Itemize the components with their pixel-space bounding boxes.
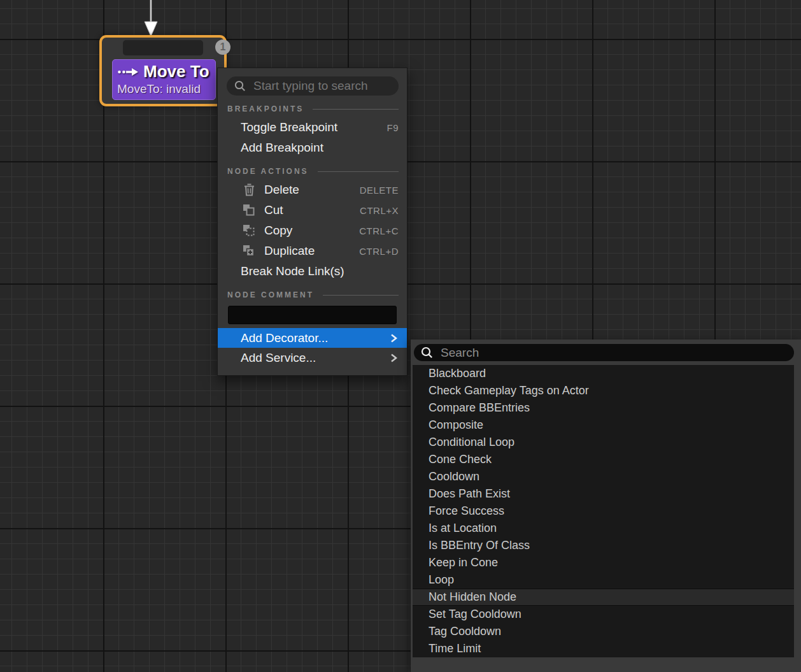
node-body[interactable]: Move To MoveTo: invalid	[112, 59, 216, 100]
move-to-icon	[117, 67, 139, 77]
node-input-pin[interactable]	[123, 40, 203, 55]
chevron-right-icon	[390, 333, 397, 343]
decorator-item-keep-in-cone[interactable]: Keep in Cone	[413, 554, 794, 571]
decorator-item-compare-bbentries[interactable]: Compare BBEntries	[413, 399, 794, 417]
decorator-item-is-at-location[interactable]: Is at Location	[413, 520, 794, 537]
context-menu-search[interactable]	[227, 76, 399, 96]
decorator-item-is-bbentry-of-class[interactable]: Is BBEntry Of Class	[413, 537, 794, 554]
shortcut-label: CTRL+D	[359, 246, 399, 257]
menu-item-toggle-breakpoint[interactable]: Toggle Breakpoint F9	[218, 117, 407, 138]
node-comment-section-header: NODE COMMENT	[227, 290, 399, 299]
decorator-item-loop[interactable]: Loop	[413, 571, 794, 589]
menu-item-delete[interactable]: Delete DELETE	[218, 180, 407, 200]
breakpoints-section-header: BREAKPOINTS	[227, 104, 399, 113]
decorator-item-tag-cooldown[interactable]: Tag Cooldown	[413, 623, 794, 640]
chevron-right-icon	[390, 353, 397, 363]
node-subtitle: MoveTo: invalid	[113, 82, 215, 96]
menu-item-cut[interactable]: Cut CTRL+X	[218, 200, 407, 220]
decorator-list: Blackboard Check Gameplay Tags on Actor …	[413, 365, 794, 657]
duplicate-icon	[241, 244, 257, 258]
trash-icon	[241, 183, 257, 197]
search-input[interactable]	[252, 78, 391, 94]
search-icon	[421, 347, 433, 359]
decorator-item-does-path-exist[interactable]: Does Path Exist	[413, 485, 794, 503]
section-divider	[318, 171, 399, 172]
submenu-search-input[interactable]	[439, 345, 787, 361]
section-divider	[323, 295, 399, 296]
decorator-item-time-limit[interactable]: Time Limit	[413, 640, 794, 657]
node-title: Move To	[143, 62, 209, 82]
add-decorator-submenu: Blackboard Check Gameplay Tags on Actor …	[411, 340, 801, 672]
menu-item-add-decorator[interactable]: Add Decorator...	[218, 328, 407, 348]
menu-item-add-service[interactable]: Add Service...	[218, 348, 407, 368]
shortcut-label: F9	[386, 122, 399, 133]
node-actions-section-header: NODE ACTIONS	[227, 167, 399, 176]
section-divider	[313, 109, 399, 110]
decorator-item-conditional-loop[interactable]: Conditional Loop	[413, 434, 794, 451]
shortcut-label: DELETE	[360, 185, 399, 196]
decorator-item-force-success[interactable]: Force Success	[413, 503, 794, 520]
node-comment-input[interactable]	[228, 306, 397, 324]
node-index-badge: 1	[215, 39, 230, 55]
menu-item-break-node-links[interactable]: Break Node Link(s)	[218, 261, 407, 282]
submenu-search[interactable]	[414, 344, 794, 361]
shortcut-label: CTRL+C	[359, 225, 399, 236]
decorator-item-cooldown[interactable]: Cooldown	[413, 468, 794, 485]
search-icon	[234, 80, 246, 92]
decorator-item-cone-check[interactable]: Cone Check	[413, 451, 794, 468]
menu-item-duplicate[interactable]: Duplicate CTRL+D	[218, 241, 407, 261]
execution-wire-arrow-icon	[143, 0, 160, 38]
menu-item-add-breakpoint[interactable]: Add Breakpoint	[218, 138, 407, 158]
decorator-item-blackboard[interactable]: Blackboard	[413, 365, 794, 382]
behavior-tree-graph[interactable]: Move To MoveTo: invalid 1 BREAKPOINTS To…	[0, 0, 801, 672]
node-context-menu: BREAKPOINTS Toggle Breakpoint F9 Add Bre…	[217, 68, 408, 376]
shortcut-label: CTRL+X	[360, 205, 399, 216]
move-to-node[interactable]: Move To MoveTo: invalid	[99, 35, 227, 106]
decorator-item-set-tag-cooldown[interactable]: Set Tag Cooldown	[413, 606, 794, 623]
menu-item-copy[interactable]: Copy CTRL+C	[218, 220, 407, 241]
decorator-item-composite[interactable]: Composite	[413, 417, 794, 434]
cut-icon	[241, 203, 257, 217]
decorator-item-not-hidden-node[interactable]: Not Hidden Node	[413, 589, 794, 606]
decorator-item-check-gameplay-tags-on-actor[interactable]: Check Gameplay Tags on Actor	[413, 382, 794, 399]
copy-icon	[241, 224, 257, 238]
